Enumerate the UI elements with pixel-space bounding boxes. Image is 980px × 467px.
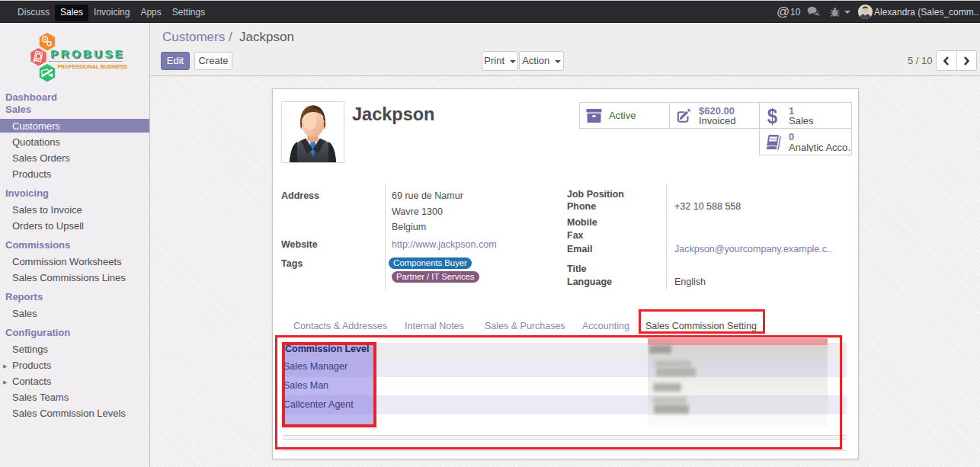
svg-text:PROFESSIONAL BUSINESS: PROFESSIONAL BUSINESS [58,64,128,69]
svg-text:PROBUSE: PROBUSE [50,47,125,60]
